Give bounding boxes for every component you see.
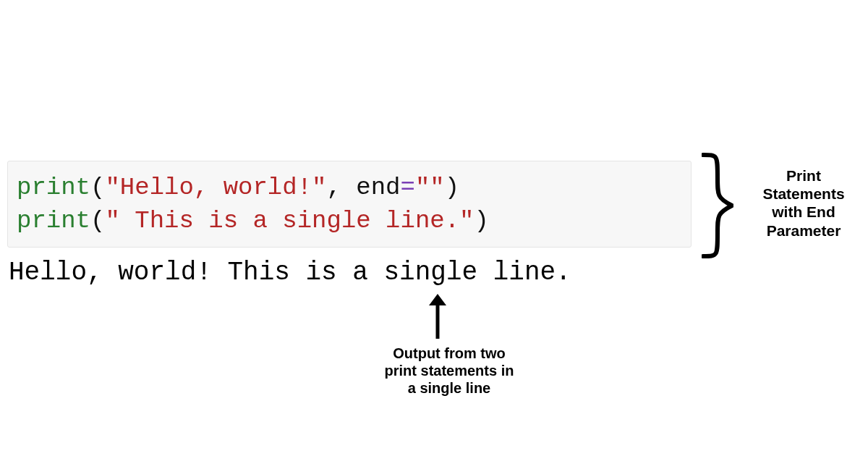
code-string: "" bbox=[415, 174, 445, 201]
up-arrow-icon bbox=[427, 294, 448, 340]
brace-annotation-label: Print Statements with End Parameter bbox=[749, 166, 858, 240]
code-fn: print bbox=[17, 207, 90, 235]
code-equals: = bbox=[401, 174, 415, 201]
code-block: print("Hello, world!", end="") print(" T… bbox=[7, 161, 692, 248]
code-paren-close: ) bbox=[445, 174, 459, 201]
arrow-annotation-label: Output from two print statements in a si… bbox=[380, 345, 518, 397]
code-kwarg: end bbox=[356, 174, 400, 201]
code-string: "Hello, world!" bbox=[105, 174, 326, 201]
code-paren-close: ) bbox=[475, 207, 489, 235]
program-output: Hello, world! This is a single line. bbox=[9, 258, 571, 287]
code-paren-open: ( bbox=[90, 174, 105, 201]
svg-marker-1 bbox=[429, 294, 446, 305]
code-string: " This is a single line." bbox=[105, 207, 474, 235]
code-paren-open: ( bbox=[90, 207, 105, 235]
code-fn: print bbox=[17, 174, 90, 201]
code-sep: , bbox=[327, 174, 357, 201]
curly-brace-icon bbox=[702, 151, 733, 261]
